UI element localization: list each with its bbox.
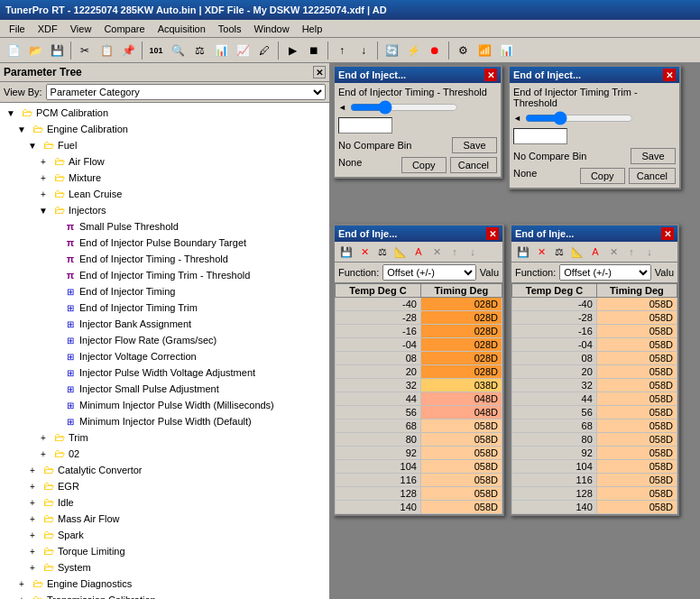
table-row[interactable]: -28028D [336,311,502,325]
table-row[interactable]: 116058D [512,474,677,487]
info1-cancel-btn[interactable]: Cancel [450,157,497,173]
toolbar-b16[interactable]: 📊 [496,41,516,60]
tree-filter-select[interactable]: Parameter Category [46,84,326,100]
toolbar-b13[interactable]: ⏺ [425,41,445,60]
toolbar-b15[interactable]: 📶 [474,41,494,60]
tree-spark[interactable]: + 🗁 Spark [0,527,329,543]
table-row[interactable]: 68058D [512,419,677,433]
tree-eoi-timing-trim[interactable]: ⊞ End of Injector Timing Trim [0,300,329,316]
menu-view[interactable]: View [65,22,97,36]
info1-value-input[interactable]: 058D [338,117,392,134]
table-row[interactable]: 32058D [512,379,677,392]
tree-eoi-timing[interactable]: ⊞ End of Injector Timing [0,283,329,300]
table-row[interactable]: -40028D [336,298,502,311]
tree-injector-voltage[interactable]: ⊞ Injector Voltage Correction [0,348,329,364]
tree-small-pulse[interactable]: π Small Pulse Threshold [0,218,329,235]
tree-injector-small-pulse[interactable]: ⊞ Injector Small Pulse Adjustment [0,381,329,397]
info-window-2-close[interactable]: ✕ [663,69,676,81]
toolbar-b9[interactable]: ↑ [332,41,352,60]
table1-btn-close[interactable]: ✕ [356,244,373,260]
table1-btn-save[interactable]: 💾 [338,244,355,260]
table-row[interactable]: 80058D [336,433,502,447]
info2-cancel-btn[interactable]: Cancel [629,168,676,184]
table2-btn-zoom[interactable]: ⚖ [551,244,567,260]
toolbar-new[interactable]: 📄 [4,41,23,60]
table-row[interactable]: 20028D [336,365,502,379]
info2-copy-btn[interactable]: Copy [580,168,625,184]
table-window-1-close[interactable]: ✕ [486,227,499,240]
info2-value-input[interactable]: 058D [513,128,567,144]
tree-injector-bank[interactable]: ⊞ Injector Bank Assignment [0,316,329,332]
info2-save-btn[interactable]: Save [631,148,676,164]
table-row[interactable]: 92058D [336,447,502,460]
tree-min-injector-ms[interactable]: ⊞ Minimum Injector Pulse Width (Millisec… [0,397,329,413]
menu-xdf[interactable]: XDF [32,22,63,36]
toolbar-b2[interactable]: 🔍 [168,41,188,60]
table-row[interactable]: -04028D [336,338,502,352]
info1-slider[interactable] [350,101,458,114]
table-row[interactable]: 08058D [512,352,677,365]
menu-help[interactable]: Help [297,22,328,36]
tree-injector-flow-rate[interactable]: ⊞ Injector Flow Rate (Grams/sec) [0,332,329,348]
table-row[interactable]: -16028D [336,325,502,338]
toolbar-b10[interactable]: ↓ [354,41,373,60]
tree-eoi-pulse-boundary[interactable]: π End of Injector Pulse Boundary Target [0,235,329,251]
table1-btn-zoom[interactable]: ⚖ [374,244,391,260]
tree-eoi-timing-trim-threshold[interactable]: π End of Injector Timing Trim - Threshol… [0,267,329,283]
tree-engine-diagnostics[interactable]: + 🗁 Engine Diagnostics [0,576,329,592]
table2-btn-scale[interactable]: 📐 [569,244,585,260]
table-row[interactable]: -40058D [512,298,677,311]
info-window-1-close[interactable]: ✕ [484,69,497,81]
tree-min-injector-default[interactable]: ⊞ Minimum Injector Pulse Width (Default) [0,413,329,429]
toolbar-b5[interactable]: 📈 [233,41,253,60]
tree-eoi-timing-threshold[interactable]: π End of Injector Timing - Threshold [0,251,329,267]
table2-func-select[interactable]: Offset (+/-) [559,264,651,281]
tree-injector-pulse-voltage[interactable]: ⊞ Injector Pulse Width Voltage Adjustmen… [0,364,329,381]
tree-idle[interactable]: + 🗁 Idle [0,494,329,511]
tree-trim[interactable]: + 🗁 Trim [0,429,329,446]
table-row[interactable]: 56048D [336,406,502,419]
table-row[interactable]: -04058D [512,338,677,352]
table2-scroll[interactable]: Temp Deg C Timing Deg -40058D-28058D-160… [511,283,677,514]
menu-tools[interactable]: Tools [213,22,247,36]
table1-btn-scale[interactable]: 📐 [392,244,409,260]
table-row[interactable]: 20058D [512,365,677,379]
table-row[interactable]: 56058D [512,406,677,419]
tree-o2[interactable]: + 🗁 02 [0,446,329,462]
toolbar-b8[interactable]: ⏹ [304,41,324,60]
tree-torque[interactable]: + 🗁 Torque Limiting [0,543,329,559]
menu-file[interactable]: File [4,22,31,36]
info1-save-btn[interactable]: Save [452,137,497,153]
menu-compare[interactable]: Compare [98,22,150,36]
table-row[interactable]: 68058D [336,419,502,433]
tree-mixture[interactable]: + 🗁 Mixture [0,170,329,186]
tree-catalytic[interactable]: + 🗁 Catalytic Convertor [0,462,329,478]
tree-air-flow[interactable]: + 🗁 Air Flow [0,153,329,170]
toolbar-b12[interactable]: ⚡ [403,41,423,60]
toolbar-open[interactable]: 📂 [25,41,45,60]
table2-btn-color[interactable]: A [587,244,603,260]
table-row[interactable]: 128058D [512,487,677,501]
table-row[interactable]: 116058D [336,474,502,487]
menu-window[interactable]: Window [249,22,295,36]
table-row[interactable]: -28058D [512,311,677,325]
toolbar-b4[interactable]: 📊 [211,41,231,60]
toolbar-paste[interactable]: 📌 [118,41,138,60]
table-row[interactable]: 92058D [512,447,677,460]
toolbar-b3[interactable]: ⚖ [189,41,209,60]
table-row[interactable]: 44048D [336,392,502,406]
toolbar-b11[interactable]: 🔄 [382,41,401,60]
table-row[interactable]: 104058D [512,460,677,474]
tree-egr[interactable]: + 🗁 EGR [0,478,329,494]
tree-maf[interactable]: + 🗁 Mass Air Flow [0,511,329,527]
tree-lean-cruise[interactable]: + 🗁 Lean Cruise [0,186,329,202]
info1-copy-btn[interactable]: Copy [401,157,447,173]
table-row[interactable]: 128058D [336,487,502,501]
tree-pcm-calibration[interactable]: ▼ 🗁 PCM Calibration [0,105,329,121]
info-window-1-title[interactable]: End of Inject... ✕ [335,67,501,83]
info-window-2-title[interactable]: End of Inject... ✕ [510,67,679,83]
table-row[interactable]: 08028D [336,352,502,365]
table-row[interactable]: 44058D [512,392,677,406]
tree-fuel[interactable]: ▼ 🗁 Fuel [0,137,329,153]
table-row[interactable]: 140058D [336,501,502,514]
